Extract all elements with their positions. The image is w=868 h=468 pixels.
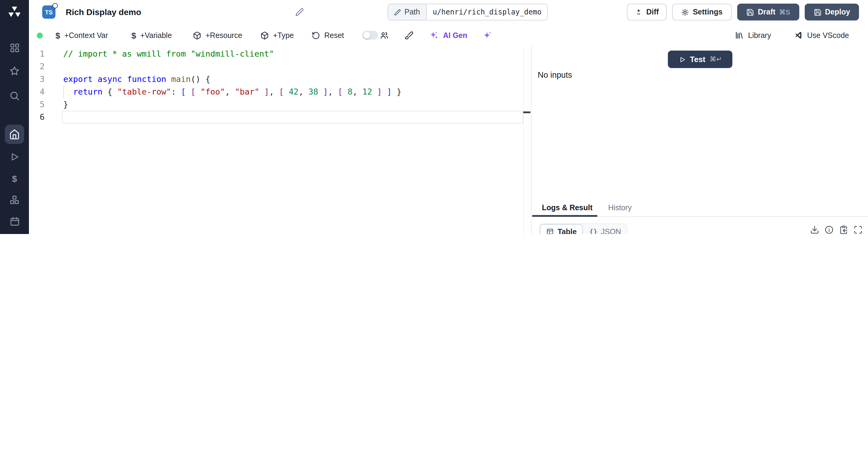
result-tabs: Logs & Result History: [532, 199, 868, 217]
sidebar-item-search[interactable]: [0, 86, 29, 105]
run-panel: Test ⌘↵ No inputs Logs & Result History …: [532, 46, 868, 234]
result-actions: [810, 225, 863, 234]
sidebar-item-resources[interactable]: [0, 190, 29, 210]
reset-button[interactable]: Reset: [312, 24, 344, 46]
code-line[interactable]: 3export async function main() {: [29, 73, 401, 86]
edit-title-pencil-icon[interactable]: [296, 8, 304, 16]
ai-gen-button[interactable]: AI Gen: [429, 24, 467, 46]
editor-toolbar: $ +Context Var $ +Variable +Resource +Ty…: [29, 24, 868, 47]
braces-icon: {}: [589, 228, 597, 234]
language-badge-dot: [53, 3, 58, 8]
rotate-ccw-icon: [312, 31, 320, 39]
language-label: TS: [45, 9, 53, 15]
code-line[interactable]: 1// import * as wmill from "windmill-cli…: [29, 47, 401, 60]
sparkle-icon: [483, 31, 492, 40]
maximize-icon[interactable]: [854, 225, 863, 234]
package-icon: [260, 31, 269, 39]
diff-icon: [635, 8, 643, 16]
format-button[interactable]: [404, 24, 413, 46]
view-table-button[interactable]: Table: [540, 224, 583, 234]
calendar-icon: [9, 216, 20, 226]
result-view-toggle: Table {} JSON: [539, 224, 628, 234]
table-icon: [546, 228, 554, 234]
grid-icon: [9, 42, 20, 53]
search-icon: [9, 90, 20, 101]
typescript-badge: TS: [42, 5, 56, 19]
play-icon: [678, 56, 686, 63]
home-icon: [9, 129, 20, 140]
ai-assistant-button[interactable]: [483, 24, 492, 46]
active-tab-underline: [532, 215, 597, 217]
sidebar: $: [0, 0, 29, 234]
path-label: Path: [404, 8, 420, 16]
diff-button[interactable]: Diff: [627, 4, 667, 21]
test-shortcut: ⌘↵: [710, 56, 722, 63]
sidebar-item-apps[interactable]: [0, 38, 29, 57]
users-icon: [380, 31, 389, 40]
tab-history[interactable]: History: [608, 199, 632, 216]
settings-button[interactable]: Settings: [672, 4, 732, 21]
no-inputs-text: No inputs: [538, 70, 572, 79]
sidebar-item-home[interactable]: [5, 125, 24, 144]
sidebar-item-favorites[interactable]: [0, 61, 29, 81]
clipboard-copy-icon[interactable]: [839, 225, 848, 234]
editor-scroll-edge: [523, 46, 524, 234]
code-line[interactable]: 2: [29, 60, 401, 73]
add-context-var-button[interactable]: $ +Context Var: [56, 24, 108, 46]
topbar: TS Rich Display demo Path u/henri/rich_d…: [29, 0, 868, 25]
boxes-icon: [9, 195, 20, 205]
sidebar-item-variables[interactable]: $: [0, 169, 29, 188]
code-lines: 1// import * as wmill from "windmill-cli…: [29, 47, 401, 124]
page-title: Rich Display demo: [66, 0, 141, 24]
code-line[interactable]: 5}: [29, 98, 401, 111]
path-value[interactable]: u/henri/rich_display_demo: [427, 4, 547, 20]
status-dot: [37, 32, 43, 38]
code-line[interactable]: 6: [29, 111, 401, 124]
sidebar-item-schedules[interactable]: [0, 211, 29, 231]
draft-button[interactable]: Draft ⌘S: [737, 4, 799, 21]
collaborators-button[interactable]: [380, 24, 389, 46]
library-button[interactable]: Library: [735, 24, 771, 46]
star-icon: [9, 66, 20, 76]
tab-logs-result[interactable]: Logs & Result: [542, 199, 592, 216]
path-edit-button[interactable]: Path: [388, 4, 427, 20]
download-icon[interactable]: [810, 225, 819, 234]
save-icon: [813, 8, 821, 16]
diff-mode-toggle[interactable]: [362, 31, 378, 40]
windmill-app: $ TS: [0, 0, 868, 234]
dollar-icon: $: [12, 173, 17, 183]
code-editor[interactable]: 1// import * as wmill from "windmill-cli…: [29, 46, 532, 234]
use-vscode-button[interactable]: Use VScode: [794, 24, 849, 46]
dollar-icon: $: [56, 30, 60, 40]
sidebar-item-runs[interactable]: [0, 147, 29, 166]
pencil-icon: [394, 9, 401, 15]
library-icon: [735, 31, 744, 40]
play-icon: [9, 152, 20, 162]
package-icon: [193, 31, 201, 39]
dollar-icon: $: [131, 30, 136, 40]
gear-icon: [681, 8, 689, 16]
view-json-button[interactable]: {} JSON: [584, 225, 626, 234]
add-type-button[interactable]: +Type: [260, 24, 294, 46]
windmill-logo[interactable]: [7, 5, 22, 19]
overview-ruler-cursor: [523, 111, 530, 113]
save-icon: [746, 8, 754, 16]
test-button[interactable]: Test ⌘↵: [668, 51, 733, 68]
add-variable-button[interactable]: $ +Variable: [131, 24, 172, 46]
add-resource-button[interactable]: +Resource: [193, 24, 242, 46]
brush-icon: [404, 31, 413, 40]
toggle-knob: [364, 32, 370, 38]
draft-shortcut: ⌘S: [779, 8, 790, 16]
vscode-icon: [794, 31, 803, 40]
deploy-button[interactable]: Deploy: [805, 4, 859, 21]
code-line[interactable]: 4 return { "table-row": [ [ "foo", "bar"…: [29, 86, 401, 98]
sparkles-icon: [429, 30, 439, 40]
path-control: Path u/henri/rich_display_demo: [388, 4, 548, 21]
info-icon[interactable]: [825, 225, 834, 234]
